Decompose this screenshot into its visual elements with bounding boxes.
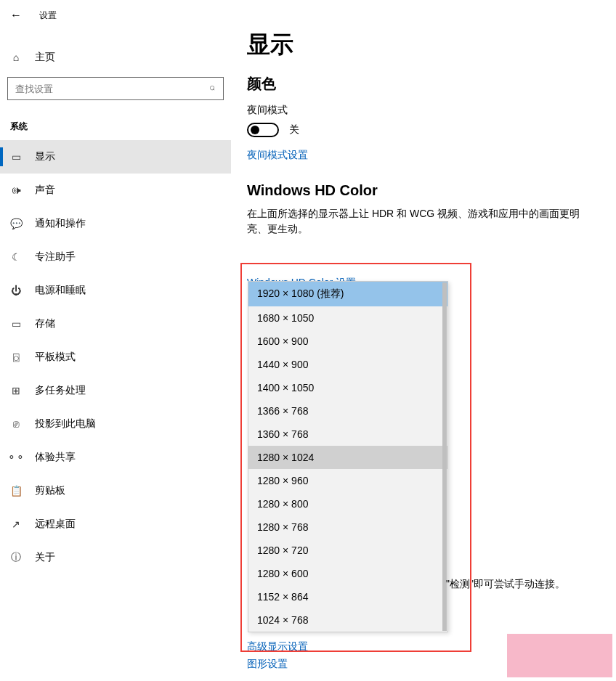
resolution-option[interactable]: 1920 × 1080 (推荐) [248,282,447,306]
graphics-settings-link[interactable]: 图形设置 [247,658,308,671]
nav-item-label: 平板模式 [35,351,76,364]
clipboard-icon: 📋 [10,485,22,497]
nav-item-12[interactable]: ⓘ关于 [0,541,231,574]
nav-item-1[interactable]: 🕪声音 [0,174,231,207]
resolution-dropdown[interactable]: 1920 × 1080 (推荐)1680 × 10501600 × 900144… [248,281,448,632]
resolution-option[interactable]: 1400 × 1050 [248,376,447,399]
advanced-display-link[interactable]: 高级显示设置 [247,640,308,653]
nav-item-7[interactable]: ⊞多任务处理 [0,374,231,407]
resolution-option[interactable]: 1680 × 1050 [248,306,447,330]
hdcolor-heading: Windows HD Color [247,182,616,199]
night-mode-label: 夜间模式 [247,104,616,117]
sidebar: ← 设置 ⌂ 主页 ⌕ 系统 ▭显示🕪声音💬通知和操作☾专注助手⏻电源和睡眠▭存… [0,0,231,681]
storage-icon: ▭ [10,318,22,330]
nav-item-10[interactable]: 📋剪贴板 [0,474,231,507]
remote-icon: ↗ [10,518,22,530]
search-icon[interactable]: ⌕ [209,81,215,92]
resolution-option[interactable]: 1152 × 864 [248,585,447,608]
nav-item-label: 多任务处理 [35,384,86,397]
home-icon: ⌂ [10,52,22,63]
resolution-option[interactable]: 1280 × 960 [248,469,447,492]
hdcolor-description: 在上面所选择的显示器上让 HDR 和 WCG 视频、游戏和应用中的画面更明亮、更… [247,206,581,237]
resolution-option[interactable]: 1440 × 900 [248,353,447,376]
search-input[interactable] [7,77,224,100]
nav-item-2[interactable]: 💬通知和操作 [0,207,231,240]
resolution-option[interactable]: 1360 × 768 [248,423,447,446]
resolution-option[interactable]: 1600 × 900 [248,330,447,353]
resolution-option[interactable]: 1280 × 600 [248,562,447,585]
nav-item-9[interactable]: ⚬⚬体验共享 [0,441,231,474]
resolution-option[interactable]: 1024 × 768 [248,608,447,632]
nav-item-0[interactable]: ▭显示 [0,140,231,174]
page-title: 显示 [247,29,616,61]
focus-assist-icon: ☾ [10,251,22,263]
resolution-option[interactable]: 1366 × 768 [248,399,447,423]
display-icon: ▭ [10,151,22,163]
project-icon: ⎚ [10,418,22,430]
nav-item-label: 显示 [35,150,55,163]
nav-item-3[interactable]: ☾专注助手 [0,240,231,274]
nav-list: ▭显示🕪声音💬通知和操作☾专注助手⏻电源和睡眠▭存储⌼平板模式⊞多任务处理⎚投影… [0,140,231,574]
home-button[interactable]: ⌂ 主页 [0,44,231,71]
titlebar-label: 设置 [39,9,57,22]
power-icon: ⏻ [10,285,22,296]
nav-item-8[interactable]: ⎚投影到此电脑 [0,407,231,441]
nav-item-label: 关于 [35,551,55,564]
group-label: 系统 [0,100,231,140]
shared-icon: ⚬⚬ [10,452,22,463]
nav-item-label: 投影到此电脑 [35,417,96,431]
nav-item-label: 通知和操作 [35,217,86,230]
back-icon[interactable]: ← [10,9,22,22]
resolution-option[interactable]: 1280 × 768 [248,515,447,539]
nav-item-label: 声音 [35,184,55,197]
detect-text: "检测"即可尝试手动连接。 [446,578,565,591]
below-links: 高级显示设置 图形设置 [247,640,308,671]
sound-icon: 🕪 [10,184,22,196]
night-mode-settings-link[interactable]: 夜间模式设置 [247,149,308,162]
multitask-icon: ⊞ [10,385,22,396]
nav-item-label: 体验共享 [35,451,76,464]
nav-item-label: 存储 [35,317,55,330]
titlebar: ← 设置 [0,4,231,26]
watermark-box [507,634,612,677]
tablet-icon: ⌼ [10,351,22,363]
resolution-option[interactable]: 1280 × 800 [248,492,447,515]
nav-item-5[interactable]: ▭存储 [0,307,231,340]
notifications-icon: 💬 [10,218,22,229]
about-icon: ⓘ [10,551,22,564]
nav-item-6[interactable]: ⌼平板模式 [0,340,231,374]
nav-item-label: 剪贴板 [35,484,65,497]
resolution-option[interactable]: 1280 × 720 [248,539,447,562]
nav-item-label: 远程桌面 [35,518,76,531]
color-heading: 颜色 [247,74,616,94]
nav-item-label: 电源和睡眠 [35,284,86,297]
nav-item-11[interactable]: ↗远程桌面 [0,507,231,541]
night-mode-toggle[interactable] [247,123,279,137]
toggle-off-label: 关 [289,123,299,136]
nav-item-label: 专注助手 [35,250,76,264]
nav-item-4[interactable]: ⏻电源和睡眠 [0,274,231,307]
home-label: 主页 [35,51,55,64]
resolution-option[interactable]: 1280 × 1024 [248,446,447,469]
